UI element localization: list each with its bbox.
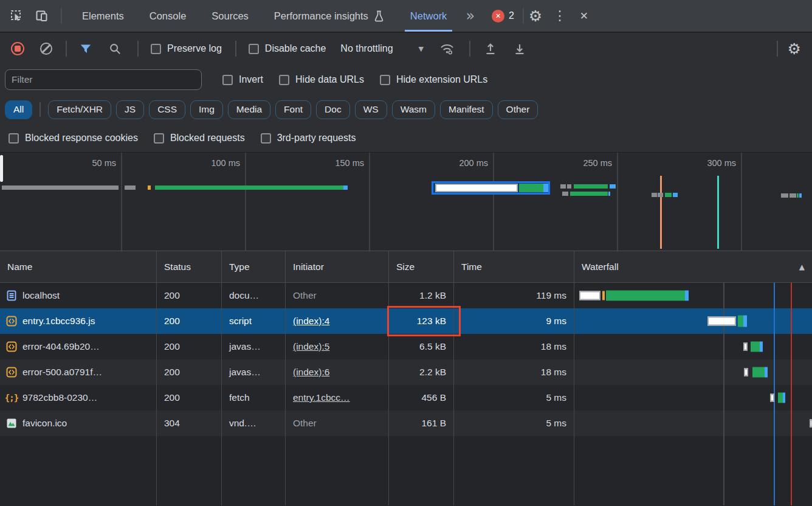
- divider: [66, 41, 67, 57]
- waterfall-segment-green: [797, 193, 799, 198]
- request-type: fetch: [222, 385, 286, 411]
- import-har-icon[interactable]: [484, 42, 497, 55]
- third-party-requests-checkbox[interactable]: 3rd-party requests: [261, 133, 356, 144]
- request-initiator-link[interactable]: (index):5: [293, 341, 329, 352]
- column-header-name[interactable]: Name: [0, 251, 157, 282]
- waterfall-segment-green: [752, 367, 765, 378]
- requests-table: Name Status Type Initiator Size Time Wat…: [0, 251, 812, 505]
- checkbox-label: 3rd-party requests: [277, 133, 356, 144]
- request-size: 1.2 kB: [389, 283, 454, 308]
- throttling-select[interactable]: No throttling ▼: [340, 43, 424, 54]
- waterfall-segment-green: [519, 184, 543, 192]
- column-header-type[interactable]: Type: [222, 251, 286, 282]
- column-header-size[interactable]: Size: [389, 251, 454, 282]
- waterfall-segment-blue: [610, 184, 616, 189]
- divider: [137, 41, 139, 57]
- request-type: javas…: [222, 334, 286, 359]
- blocked-response-cookies-checkbox[interactable]: Blocked response cookies: [9, 133, 138, 144]
- table-row[interactable]: {;} 9782cbb8-0230… 200 fetch entry.1cbcc…: [0, 385, 812, 411]
- waterfall-segment-white: [744, 369, 748, 376]
- disable-cache-checkbox[interactable]: Disable cache: [249, 43, 326, 54]
- table-row[interactable]: error-404.69b20… 200 javas… (index):5 6.…: [0, 334, 812, 359]
- search-icon[interactable]: [108, 42, 122, 55]
- more-options-icon[interactable]: ⋮: [552, 8, 568, 24]
- waterfall-segment-green: [665, 193, 672, 197]
- record-button[interactable]: [11, 42, 24, 55]
- column-header-initiator[interactable]: Initiator: [286, 251, 389, 282]
- filter-toggle-icon[interactable]: [79, 42, 92, 55]
- filter-chip-all[interactable]: All: [5, 100, 32, 119]
- filter-chip-media[interactable]: Media: [228, 100, 270, 119]
- divider: [523, 8, 524, 24]
- error-badge[interactable]: ✕ 2: [492, 10, 514, 23]
- waterfall-segment-white: [770, 394, 774, 402]
- hide-extension-urls-checkbox[interactable]: Hide extension URLs: [380, 74, 487, 85]
- overview-tick-label: 50 ms: [65, 158, 116, 168]
- fetch-icon: {;}: [6, 392, 17, 403]
- column-header-time[interactable]: Time: [454, 251, 574, 282]
- settings-gear-icon[interactable]: ⚙: [528, 8, 543, 24]
- filter-chip-js[interactable]: JS: [116, 100, 144, 119]
- table-row[interactable]: favicon.ico 304 vnd.… Other 161 B 5 ms: [0, 411, 812, 436]
- filter-input[interactable]: [5, 69, 202, 90]
- clear-button[interactable]: [40, 43, 52, 55]
- filter-chip-css[interactable]: CSS: [149, 100, 185, 119]
- waterfall-segment-gray: [2, 185, 119, 190]
- inspect-element-icon[interactable]: [9, 8, 24, 24]
- table-row[interactable]: localhost 200 docu… Other 1.2 kB 119 ms: [0, 283, 812, 308]
- filter-chip-wasm[interactable]: Wasm: [392, 100, 435, 119]
- request-status: 200: [157, 308, 222, 334]
- network-conditions-icon[interactable]: [439, 42, 455, 55]
- divider: [777, 41, 778, 57]
- column-header-status[interactable]: Status: [157, 251, 222, 282]
- column-label: Waterfall: [582, 262, 619, 272]
- column-header-waterfall[interactable]: Waterfall ▲: [574, 251, 812, 282]
- tab-performance-insights[interactable]: Performance insights: [261, 0, 397, 32]
- waterfall-bar: [574, 385, 812, 411]
- request-initiator-link[interactable]: entry.1cbcc…: [293, 392, 350, 403]
- overview-gridline: [245, 153, 246, 251]
- request-size: 6.5 kB: [389, 334, 454, 359]
- filter-chip-other[interactable]: Other: [498, 100, 538, 119]
- request-type: docu…: [222, 283, 286, 308]
- request-time: 5 ms: [454, 385, 574, 411]
- request-status: 200: [157, 385, 222, 411]
- invert-checkbox[interactable]: Invert: [222, 74, 263, 85]
- tab-network[interactable]: Network: [397, 0, 460, 32]
- table-row-selected[interactable]: entry.1cbcc936.js 200 script (index):4 1…: [0, 308, 812, 334]
- more-tabs-icon[interactable]: »: [459, 7, 481, 24]
- overview-gridline: [741, 153, 742, 251]
- hide-data-urls-checkbox[interactable]: Hide data URLs: [279, 74, 364, 85]
- preserve-log-checkbox[interactable]: Preserve log: [151, 43, 222, 54]
- request-condition-filters: Blocked response cookies Blocked request…: [0, 124, 812, 153]
- blocked-requests-checkbox[interactable]: Blocked requests: [154, 133, 245, 144]
- request-initiator-link[interactable]: (index):4: [293, 316, 329, 327]
- waterfall-segment-orange: [148, 185, 151, 190]
- overview-tick-label: 200 ms: [437, 158, 488, 168]
- overview-window-handle[interactable]: [0, 155, 3, 182]
- flask-icon: [373, 10, 385, 23]
- filter-chip-doc[interactable]: Doc: [316, 100, 350, 119]
- filter-chip-ws[interactable]: WS: [355, 100, 387, 119]
- checkbox: [9, 133, 19, 144]
- waterfall-bar: [574, 334, 812, 359]
- table-row[interactable]: error-500.a0791f… 200 javas… (index):6 2…: [0, 359, 812, 385]
- request-type: script: [222, 308, 286, 334]
- sort-ascending-icon: ▲: [799, 263, 805, 271]
- network-settings-gear-icon[interactable]: ⚙: [788, 41, 801, 57]
- request-initiator-link[interactable]: (index):6: [293, 367, 329, 378]
- filter-chip-img[interactable]: Img: [190, 100, 223, 119]
- filter-chip-manifest[interactable]: Manifest: [440, 100, 493, 119]
- close-icon[interactable]: ✕: [576, 8, 592, 24]
- request-name: error-500.a0791f…: [22, 367, 102, 378]
- tab-console[interactable]: Console: [137, 0, 199, 32]
- tab-sources[interactable]: Sources: [199, 0, 261, 32]
- tab-elements[interactable]: Elements: [69, 0, 137, 32]
- export-har-icon[interactable]: [513, 42, 526, 55]
- tab-label: Elements: [82, 10, 124, 22]
- filter-chip-fetch-xhr[interactable]: Fetch/XHR: [48, 100, 111, 119]
- filter-chip-font[interactable]: Font: [275, 100, 311, 119]
- network-toolbar: Preserve log Disable cache No throttling…: [0, 33, 812, 64]
- device-toolbar-icon[interactable]: [34, 8, 50, 24]
- overview[interactable]: 50 ms100 ms150 ms200 ms250 ms300 ms: [0, 153, 812, 251]
